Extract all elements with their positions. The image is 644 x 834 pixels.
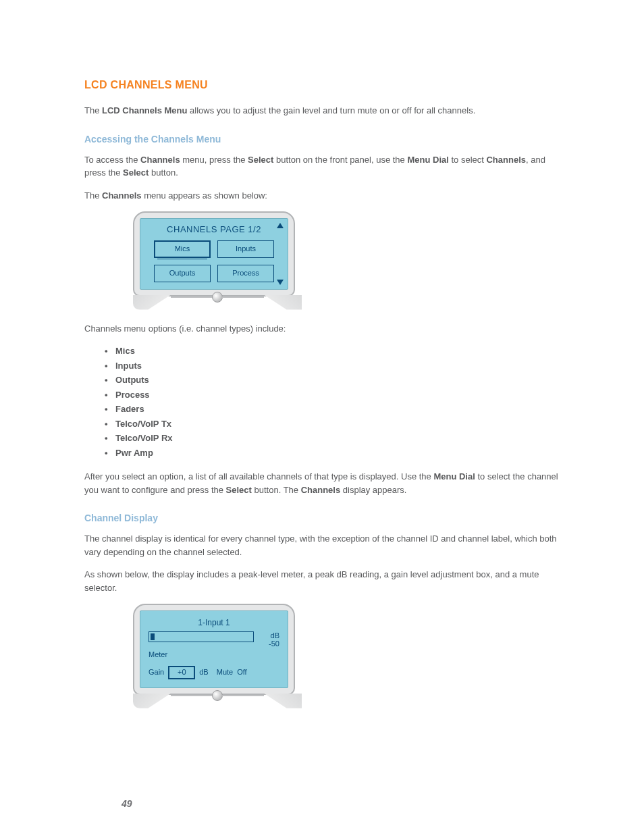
lcd-figure-channel-display: 1-Input 1 dB -50 Meter Gain +0 dB Mute O… — [133, 604, 302, 708]
bold-term: Channels — [102, 190, 142, 201]
bold-term: Menu Dial — [407, 155, 448, 165]
gain-label: Gain — [149, 667, 164, 678]
bold-term: Channels — [301, 485, 341, 495]
menu-dial-icon — [212, 292, 223, 303]
text: menu, press the — [180, 155, 248, 165]
display-para-1: The channel display is identical for eve… — [84, 532, 563, 558]
lcd-option-mics: Mics — [154, 240, 211, 258]
section-heading-accessing: Accessing the Channels Menu — [84, 132, 563, 147]
list-item: Pwr Amp — [115, 446, 563, 460]
lcd-base — [133, 295, 302, 310]
bold-term: Select — [123, 167, 149, 178]
page-title: LCD CHANNELS MENU — [84, 77, 563, 93]
lcd-base-left — [133, 295, 171, 310]
menu-dial-icon — [212, 690, 223, 701]
display-para-2: As shown below, the display includes a p… — [84, 568, 563, 594]
after-options-paragraph: After you select an option, a list of al… — [84, 470, 563, 496]
text: button. — [149, 167, 178, 178]
lcd-base-bar — [222, 695, 264, 696]
lcd-option-process: Process — [217, 265, 274, 282]
lcd-option-outputs: Outputs — [154, 265, 211, 282]
lcd-screen: 1-Input 1 dB -50 Meter Gain +0 dB Mute O… — [140, 610, 288, 688]
page-number: 49 — [122, 797, 132, 811]
text: To access the — [84, 155, 140, 165]
gain-value-box: +0 — [168, 666, 195, 679]
text: The — [84, 105, 102, 115]
lcd-base — [133, 694, 302, 708]
list-item: Telco/VoIP Rx — [115, 432, 563, 445]
text: The — [84, 190, 102, 201]
bold-term: Channels — [140, 155, 180, 165]
lcd-option-inputs: Inputs — [217, 240, 274, 258]
text: allows you to adjust the gain level and … — [187, 105, 475, 115]
bold-term: LCD Channels Menu — [102, 105, 187, 115]
channel-id-label: 1-Input 1 — [149, 617, 279, 629]
db-peak-value: -50 — [259, 640, 279, 648]
text: display appears. — [340, 485, 406, 495]
text: After you select an option, a list of al… — [84, 471, 433, 481]
meter-label: Meter — [149, 649, 279, 660]
scroll-down-icon — [277, 280, 284, 285]
access-para-1: To access the Channels menu, press the S… — [84, 153, 563, 180]
intro-paragraph: The LCD Channels Menu allows you to adju… — [84, 104, 563, 118]
lcd-base-right — [264, 694, 302, 708]
mute-label: Mute — [217, 667, 233, 678]
section-heading-channel-display: Channel Display — [84, 511, 563, 525]
lcd-base-bar — [222, 296, 264, 298]
text: to select — [449, 155, 487, 165]
text: button on the front panel, use the — [273, 155, 407, 165]
list-item: Faders — [115, 402, 563, 416]
bold-term: Select — [248, 155, 273, 165]
text: button. The — [252, 485, 301, 495]
db-unit-label: dB — [259, 631, 279, 640]
bold-term: Channels — [486, 155, 526, 165]
lcd-base-right — [264, 295, 302, 310]
meter-fill — [151, 633, 155, 640]
list-item: Inputs — [115, 359, 563, 373]
lcd-title: CHANNELS PAGE 1/2 — [147, 223, 281, 236]
lcd-base-left — [133, 694, 171, 708]
lcd-base-bar — [171, 296, 213, 298]
channel-types-list: Mics Inputs Outputs Process Faders Telco… — [84, 344, 563, 459]
list-item: Mics — [115, 344, 563, 358]
lcd-screen: CHANNELS PAGE 1/2 Mics Inputs Outputs Pr… — [140, 218, 288, 290]
lcd-bezel: CHANNELS PAGE 1/2 Mics Inputs Outputs Pr… — [133, 211, 295, 296]
lcd-figure-channels-menu: CHANNELS PAGE 1/2 Mics Inputs Outputs Pr… — [133, 211, 302, 310]
bold-term: Menu Dial — [433, 471, 475, 481]
list-item: Process — [115, 388, 563, 402]
access-para-2: The Channels menu appears as shown below… — [84, 189, 563, 203]
bold-term: Select — [226, 485, 252, 495]
text: menu appears as shown below: — [142, 190, 267, 201]
gain-unit-label: dB — [199, 667, 208, 678]
lcd-bezel: 1-Input 1 dB -50 Meter Gain +0 dB Mute O… — [133, 604, 295, 695]
list-item: Outputs — [115, 373, 563, 387]
scroll-up-icon — [277, 223, 284, 228]
peak-meter — [149, 631, 254, 642]
lcd-base-bar — [171, 695, 213, 696]
list-item: Telco/VoIP Tx — [115, 417, 563, 431]
mute-value: Off — [237, 667, 246, 678]
options-intro: Channels menu options (i.e. channel type… — [84, 322, 563, 336]
